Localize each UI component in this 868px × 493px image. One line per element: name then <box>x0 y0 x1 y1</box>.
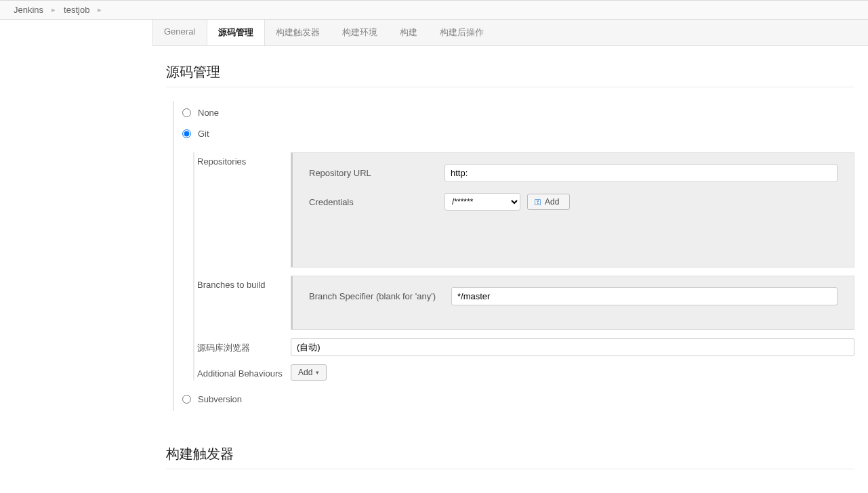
repo-browser-select[interactable] <box>291 338 854 356</box>
tab-build[interactable]: 构建 <box>389 20 429 45</box>
repo-browser-label: 源码库浏览器 <box>197 338 291 354</box>
repositories-panel: Repository URL Credentials /****** <box>291 152 854 267</box>
sidebar-spacer <box>0 20 152 479</box>
breadcrumb-item-testjob[interactable]: testjob <box>64 5 89 15</box>
credentials-select[interactable]: /****** <box>445 193 520 211</box>
chevron-right-icon: ▸ <box>51 5 56 14</box>
repo-url-label: Repository URL <box>309 168 445 178</box>
tab-scm[interactable]: 源码管理 <box>207 20 265 45</box>
tab-general[interactable]: General <box>153 20 207 45</box>
section-divider <box>166 469 854 469</box>
credentials-label: Credentials <box>309 197 445 207</box>
branches-panel: Branch Specifier (blank for 'any') <box>291 276 854 330</box>
tab-post-build[interactable]: 构建后操作 <box>429 20 495 45</box>
branch-specifier-input[interactable] <box>451 287 838 305</box>
radio-scm-git[interactable] <box>182 129 191 138</box>
repo-url-input[interactable] <box>445 164 838 182</box>
radio-scm-none[interactable] <box>182 108 191 117</box>
breadcrumb: Jenkins ▸ testjob ▸ <box>0 0 868 20</box>
repositories-label: Repositories <box>197 152 291 167</box>
config-tabs: General 源码管理 构建触发器 构建环境 构建 构建后操作 <box>152 20 868 46</box>
key-icon: ⚿ <box>535 198 541 206</box>
additional-behaviours-label: Additional Behaviours <box>197 364 291 379</box>
chevron-right-icon: ▸ <box>98 5 102 14</box>
git-config-block: Repositories Repository URL Credentials <box>193 152 854 381</box>
branch-specifier-label: Branch Specifier (blank for 'any') <box>309 291 451 301</box>
add-button-label: Add <box>545 197 559 207</box>
chevron-down-icon: ▾ <box>316 369 319 376</box>
radio-scm-subversion[interactable] <box>182 395 191 404</box>
breadcrumb-item-jenkins[interactable]: Jenkins <box>14 5 43 15</box>
radio-label-none: None <box>198 108 219 118</box>
add-credentials-button[interactable]: ⚿ Add <box>527 194 570 210</box>
radio-label-git: Git <box>198 129 209 139</box>
triggers-section-heading: 构建触发器 <box>166 445 854 463</box>
add-behaviour-button[interactable]: Add ▾ <box>291 364 327 381</box>
scm-section-heading: 源码管理 <box>166 63 854 81</box>
section-divider <box>166 87 854 87</box>
tab-build-environment[interactable]: 构建环境 <box>331 20 389 45</box>
add-behaviour-label: Add <box>298 368 312 377</box>
tab-build-triggers[interactable]: 构建触发器 <box>265 20 331 45</box>
scm-options-block: None Git Repositories Repository URL <box>173 101 854 411</box>
branches-label: Branches to build <box>197 276 291 290</box>
radio-label-subversion: Subversion <box>198 394 242 404</box>
